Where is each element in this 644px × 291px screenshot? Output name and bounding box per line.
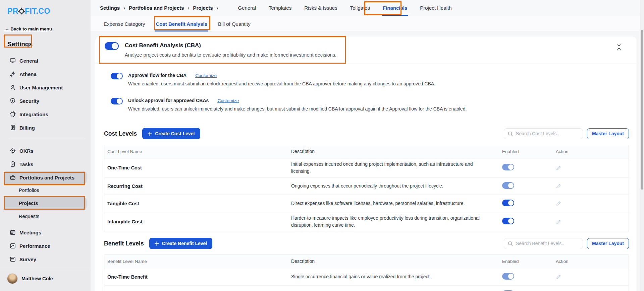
table-row: One-Time Cost Initial expenses incurred … [104, 158, 629, 177]
sidebar-item-label: General [19, 58, 38, 64]
sidebar-subitem-requests[interactable]: Requests [0, 210, 91, 222]
sidebar-item-integrations[interactable]: Integrations [0, 107, 91, 121]
sidebar-item-label: OKRs [19, 148, 34, 154]
scrollbar-thumb[interactable] [641, 30, 643, 190]
table-row: One-Time Benefit Single occurrence finan… [104, 268, 629, 286]
cost-levels-title: Cost Levels [104, 130, 137, 137]
sidebar-subitem-label: Projects [19, 201, 38, 206]
column-action: Action [550, 259, 629, 264]
sidebar-item-label: Performance [19, 243, 50, 249]
edit-pencil-icon[interactable] [556, 165, 561, 171]
sidebar-item-survey[interactable]: Survey [0, 252, 91, 266]
breadcrumb-settings[interactable]: Settings [100, 5, 120, 11]
tab-templates[interactable]: Templates [268, 0, 292, 16]
benefit-level-description: Single occurrence financial gains or val… [291, 273, 492, 280]
approval-flow-toggle[interactable] [111, 73, 123, 79]
enabled-toggle[interactable] [502, 218, 514, 224]
cba-header-section: Cost Benefit Analysis (CBA) Analyze proj… [95, 37, 637, 64]
content-area: Cost Benefit Analysis (CBA) Analyze proj… [91, 32, 644, 291]
sidebar-item-label: Athena [19, 71, 37, 77]
user-icon [9, 84, 16, 91]
approval-flow-label: Approval flow for the CBA [128, 73, 186, 78]
target-icon [9, 147, 16, 154]
collapse-icon[interactable] [616, 44, 622, 50]
top-tabs: General Templates Risks & Issues Tollgat… [237, 0, 452, 16]
sidebar-item-performance[interactable]: Performance [0, 239, 91, 252]
user-profile[interactable]: Matthew Cole [0, 268, 91, 291]
breadcrumb-separator: › [217, 5, 218, 11]
search-icon [507, 241, 513, 246]
sidebar-item-tasks[interactable]: Tasks [0, 157, 91, 171]
sidebar-item-general[interactable]: General [0, 54, 91, 67]
back-to-main-menu-link[interactable]: ← Back to main menu [5, 26, 52, 31]
column-enabled: Enabled [500, 259, 550, 264]
sidebar-item-label: Integrations [19, 112, 48, 117]
table-row: Intangible Cost Harder-to-measure impact… [104, 212, 629, 231]
benefit-master-layout-button[interactable]: Master Layout [587, 238, 629, 249]
edit-pencil-icon[interactable] [556, 201, 561, 206]
plus-icon [148, 132, 152, 136]
cba-toggle[interactable] [105, 42, 119, 50]
tab-cost-benefit-analysis[interactable]: Cost Benefit Analysis [155, 16, 208, 31]
create-benefit-level-button[interactable]: Create Benefit Level [149, 238, 213, 249]
cost-master-layout-button[interactable]: Master Layout [587, 128, 629, 139]
enabled-toggle[interactable] [502, 164, 514, 170]
breadcrumb-portfolios-and-projects[interactable]: Portfolios and Projects [129, 5, 184, 11]
table-row: Recurring Cost Ongoing expenses that occ… [104, 177, 629, 195]
sidebar-item-user-management[interactable]: User Management [0, 81, 91, 94]
sidebar-subitem-portfolios[interactable]: Portfolios [0, 184, 91, 196]
unlock-approval-row: Unlock approval for approved CBAs Custom… [111, 98, 637, 112]
tab-project-health[interactable]: Project Health [419, 0, 452, 16]
receipt-icon [9, 124, 16, 131]
sidebar-item-billing[interactable]: Billing [0, 121, 91, 134]
logo-target-icon [19, 9, 24, 14]
clipboard-check-icon [9, 161, 16, 167]
cost-levels-search-input[interactable] [504, 128, 583, 139]
benefit-levels-search-input[interactable] [504, 238, 583, 249]
cost-level-name: Tangible Cost [104, 201, 291, 206]
customize-link[interactable]: Customize [195, 73, 217, 78]
create-benefit-level-label: Create Benefit Level [162, 241, 207, 246]
tab-general[interactable]: General [237, 0, 257, 16]
sidebar-item-athena[interactable]: Athena [0, 67, 91, 81]
settings-sidebar: PRFIT.CO ← Back to main menu Settings Ge… [0, 0, 91, 291]
breadcrumb-projects[interactable]: Projects [193, 5, 213, 11]
sidebar-item-label: Survey [19, 257, 36, 262]
briefcase-icon [9, 174, 16, 181]
sidebar-subitem-projects[interactable]: Projects [4, 197, 87, 210]
vertical-scrollbar[interactable] [640, 0, 644, 291]
survey-list-icon [9, 256, 16, 263]
enabled-toggle[interactable] [502, 182, 514, 189]
edit-pencil-icon[interactable] [556, 183, 561, 189]
tab-risks-issues[interactable]: Risks & Issues [304, 0, 338, 16]
tab-bill-of-quantity[interactable]: Bill of Quantity [217, 16, 252, 31]
cost-level-description: Harder-to-measure impacts like employee … [291, 215, 492, 229]
sidebar-item-security[interactable]: Security [0, 94, 91, 107]
cost-level-name: Intangible Cost [104, 219, 291, 224]
column-description: Description [291, 148, 492, 155]
tab-financials[interactable]: Financials [382, 0, 408, 16]
edit-pencil-icon[interactable] [556, 274, 561, 280]
performance-chart-icon [9, 242, 16, 249]
cost-levels-table: Cost Level Name Description Enabled Acti… [104, 145, 629, 231]
approval-settings: Approval flow for the CBA Customize When… [95, 64, 637, 125]
tab-tollgates[interactable]: Tollgates [350, 0, 371, 16]
cba-settings-card: Cost Benefit Analysis (CBA) Analyze proj… [95, 37, 637, 291]
sidebar-item-label: Billing [19, 125, 35, 131]
create-cost-level-button[interactable]: Create Cost Level [142, 128, 200, 139]
unlock-approval-toggle[interactable] [111, 98, 123, 104]
tab-expense-category[interactable]: Expense Category [103, 16, 146, 31]
sidebar-item-label: Portfolios and Projects [19, 175, 74, 180]
sidebar-item-okrs[interactable]: OKRs [0, 144, 91, 157]
cba-title: Cost Benefit Analysis (CBA) [125, 42, 336, 49]
enabled-toggle[interactable] [502, 200, 514, 206]
sidebar-item-meetings[interactable]: Meetings [0, 226, 91, 239]
column-enabled: Enabled [500, 149, 550, 154]
column-action: Action [550, 149, 629, 154]
sidebar-item-label: Meetings [19, 230, 41, 235]
sidebar-item-portfolios-and-projects[interactable]: Portfolios and Projects [4, 171, 87, 184]
edit-pencil-icon[interactable] [556, 219, 561, 225]
enabled-toggle[interactable] [502, 273, 514, 280]
customize-link[interactable]: Customize [217, 98, 239, 103]
settings-nav: General Athena User Management Security … [0, 54, 91, 266]
